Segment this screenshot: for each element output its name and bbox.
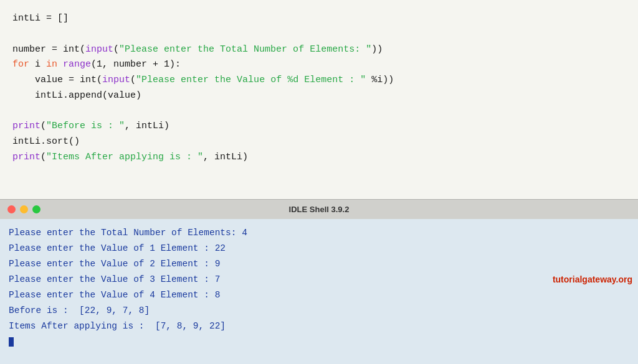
shell-line-4: Please enter the Value of 3 Element : 7t… bbox=[9, 272, 629, 287]
code-line-3: number = int(input("Please enter the Tot… bbox=[12, 42, 626, 58]
shell-line-5: Please enter the Value of 4 Element : 8 bbox=[9, 287, 629, 303]
code-line-6: intLi.append(value) bbox=[12, 88, 626, 104]
code-line-4: for i in range(1, number + 1): bbox=[12, 57, 626, 73]
maximize-button-icon[interactable] bbox=[32, 205, 40, 213]
code-line-1: intLi = [] bbox=[12, 11, 626, 27]
code-line-8: print("Before is : ", intLi) bbox=[12, 119, 626, 134]
shell-line-3: Please enter the Value of 2 Element : 9 bbox=[9, 256, 629, 272]
shell-line-2: Please enter the Value of 1 Element : 22 bbox=[9, 241, 629, 256]
code-editor: intLi = [] number = int(input("Please en… bbox=[0, 0, 638, 199]
code-line-10: print("Items After applying is : ", intL… bbox=[12, 150, 626, 166]
shell-area: Please enter the Total Number of Element… bbox=[0, 219, 638, 364]
shell-wrapper: Please enter the Total Number of Element… bbox=[0, 219, 638, 364]
watermark: tutorialgateway.org bbox=[553, 272, 632, 287]
code-line-5: value = int(input("Please enter the Valu… bbox=[12, 73, 626, 88]
code-line-7 bbox=[12, 104, 626, 119]
titlebar: IDLE Shell 3.9.2 bbox=[0, 199, 638, 219]
minimize-button-icon[interactable] bbox=[20, 205, 28, 213]
code-line-2 bbox=[12, 27, 626, 42]
shell-line-7: Items After applying is : [7, 8, 9, 22] bbox=[9, 319, 629, 334]
shell-line-6: Before is : [22, 9, 7, 8] bbox=[9, 303, 629, 319]
cursor-icon bbox=[9, 337, 14, 347]
shell-cursor-line bbox=[9, 334, 629, 350]
shell-line-1: Please enter the Total Number of Element… bbox=[9, 225, 629, 241]
close-button-icon[interactable] bbox=[7, 205, 16, 213]
titlebar-title: IDLE Shell 3.9.2 bbox=[289, 205, 350, 214]
titlebar-buttons bbox=[7, 205, 40, 213]
code-line-9: intLi.sort() bbox=[12, 134, 626, 150]
